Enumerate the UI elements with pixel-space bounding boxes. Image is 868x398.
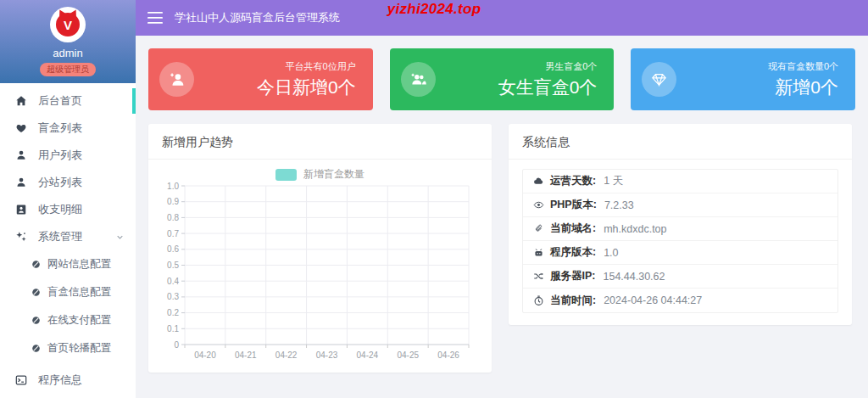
stat-card-box-count: 现有盲盒数量0个 新增0个	[631, 48, 855, 110]
sidebar-item-label: 盲盒列表	[38, 121, 82, 136]
sidebar-item-label: 在线支付配置	[47, 313, 111, 328]
sidebar-item-income-expense[interactable]: 收支明细	[0, 196, 136, 223]
card-icon-circle	[642, 62, 676, 97]
sidebar-item-label: 首页轮播配置	[47, 341, 111, 356]
card-icon-circle	[401, 62, 436, 97]
sidebar-item-label: 分站列表	[38, 175, 82, 190]
stat-subtitle: 平台共有0位用户	[257, 60, 356, 73]
info-value: mh.kdxdc.top	[604, 223, 666, 235]
slash-circle-icon	[31, 288, 41, 297]
legend-swatch	[275, 169, 297, 181]
svg-text:0.6: 0.6	[167, 244, 179, 254]
sidebar-item-homepage-carousel-config[interactable]: 首页轮播配置	[0, 334, 136, 362]
eye-icon	[533, 199, 544, 210]
svg-text:04-21: 04-21	[235, 350, 257, 360]
slash-circle-icon	[31, 260, 41, 269]
user-add-icon	[169, 71, 185, 87]
chart-legend[interactable]: 新增盲盒数量	[162, 166, 478, 182]
system-info-body: 运营天数: 1 天 PHP版本: 7.2.33 当前域名: mh.kdxdc.t…	[509, 160, 852, 325]
heart-icon	[15, 122, 27, 134]
sidebar-item-substation-list[interactable]: 分站列表	[0, 169, 136, 196]
sidebar-item-label: 盲盒信息配置	[47, 285, 111, 300]
system-info-list: 运营天数: 1 天 PHP版本: 7.2.33 当前域名: mh.kdxdc.t…	[522, 169, 838, 313]
link-icon	[533, 223, 544, 234]
sidebar-item-site-info-config[interactable]: 网站信息配置	[0, 250, 136, 278]
sidebar-item-label: 后台首页	[38, 93, 82, 109]
svg-text:0.2: 0.2	[167, 308, 179, 317]
sidebar: V admin 超级管理员 后台首页 盲盒列表 用户列表 分站列表	[0, 0, 136, 398]
svg-text:04-26: 04-26	[437, 350, 459, 360]
stat-value: 新增0个	[768, 76, 838, 99]
panel-title: 系统信息	[509, 124, 852, 160]
sidebar-menu: 后台首页 盲盒列表 用户列表 分站列表 收支明细 系统管理	[0, 83, 136, 394]
info-label: 当前域名:	[550, 221, 596, 236]
svg-text:0.4: 0.4	[167, 277, 179, 286]
slash-circle-icon	[31, 344, 41, 353]
watermark-text: yizhi2024.top	[387, 1, 481, 18]
sidebar-item-box-list[interactable]: 盲盒列表	[0, 115, 136, 142]
info-row-php-version: PHP版本: 7.2.33	[523, 193, 837, 217]
info-label: 运营天数:	[550, 174, 596, 188]
svg-text:04-20: 04-20	[194, 350, 216, 360]
sidebar-item-online-payment-config[interactable]: 在线支付配置	[0, 306, 136, 334]
svg-text:0.1: 0.1	[167, 324, 179, 334]
sidebar-item-label: 系统管理	[38, 229, 82, 244]
svg-text:0.9: 0.9	[167, 197, 179, 206]
svg-text:04-25: 04-25	[397, 350, 419, 360]
ledger-icon	[15, 204, 27, 216]
group-add-icon	[410, 71, 426, 87]
page: yizhi2024.top V admin 超级管理员 后台首页 盲盒列表 用户…	[0, 0, 868, 398]
sidebar-item-dashboard[interactable]: 后台首页	[0, 87, 136, 115]
stat-card-boxes-gender: 男生盲盒0个 女生盲盒0个	[390, 48, 615, 110]
svg-text:0.5: 0.5	[167, 261, 179, 270]
chevron-down-icon	[116, 233, 124, 241]
stat-subtitle: 男生盲盒0个	[498, 60, 598, 73]
user-icon	[15, 177, 27, 188]
info-label: 程序版本:	[550, 245, 596, 260]
sidebar-item-program-info[interactable]: 程序信息	[0, 367, 136, 394]
stat-subtitle: 现有盲盒数量0个	[768, 60, 838, 73]
info-label: PHP版本:	[550, 198, 597, 212]
panels-row: 新增用户趋势 新增盲盒数量 1.00.90.80.70.60.50.40.30.…	[148, 124, 855, 373]
clock-icon	[533, 295, 544, 306]
sidebar-item-label: 网站信息配置	[47, 257, 111, 272]
svg-text:04-22: 04-22	[275, 350, 298, 360]
role-badge: 超级管理员	[40, 63, 96, 76]
sidebar-item-label: 用户列表	[38, 148, 82, 163]
sidebar-item-label: 程序信息	[38, 373, 82, 388]
info-value: 2024-04-26 04:44:27	[604, 294, 702, 306]
legend-label: 新增盲盒数量	[303, 168, 364, 180]
stat-cards: 平台共有0位用户 今日新增0个 男生盲盒0个 女生盲盒0个 现有盲盒数量0个	[148, 48, 855, 110]
hamburger-menu-icon[interactable]	[147, 12, 163, 24]
info-value: 1.0	[604, 247, 618, 259]
svg-text:04-23: 04-23	[316, 350, 338, 360]
card-icon-circle	[159, 62, 194, 97]
main-content: 平台共有0位用户 今日新增0个 男生盲盒0个 女生盲盒0个 现有盲盒数量0个	[136, 36, 868, 398]
info-value: 154.44.30.62	[603, 271, 665, 283]
sidebar-item-label: 收支明细	[38, 202, 82, 217]
robot-icon	[533, 247, 544, 258]
stat-value: 今日新增0个	[257, 76, 356, 99]
sidebar-item-system-management[interactable]: 系统管理	[0, 223, 136, 250]
stat-value: 女生盲盒0个	[498, 76, 598, 99]
stat-card-users: 平台共有0位用户 今日新增0个	[148, 48, 373, 110]
chart-canvas: 1.00.90.80.70.60.50.40.30.20.1004-2004-2…	[162, 182, 478, 362]
svg-text:0.8: 0.8	[167, 213, 179, 222]
info-value: 1 天	[604, 174, 623, 188]
trend-chart-panel: 新增用户趋势 新增盲盒数量 1.00.90.80.70.60.50.40.30.…	[148, 124, 492, 373]
trend-chart: 新增盲盒数量 1.00.90.80.70.60.50.40.30.20.1004…	[148, 160, 492, 373]
magic-icon	[15, 231, 27, 243]
info-row-domain: 当前域名: mh.kdxdc.top	[523, 217, 837, 241]
username: admin	[53, 47, 82, 59]
info-row-server-ip: 服务器IP: 154.44.30.62	[523, 265, 837, 289]
svg-text:1.0: 1.0	[167, 182, 179, 191]
info-label: 服务器IP:	[550, 269, 595, 283]
logo-emblem-icon: V	[56, 13, 80, 36]
svg-text:0.7: 0.7	[167, 229, 179, 238]
app-logo: V	[50, 7, 86, 42]
svg-text:0: 0	[174, 340, 179, 350]
sidebar-item-box-info-config[interactable]: 盲盒信息配置	[0, 278, 136, 306]
sidebar-item-user-list[interactable]: 用户列表	[0, 142, 136, 169]
info-row-run-days: 运营天数: 1 天	[523, 170, 837, 193]
sidebar-profile: V admin 超级管理员	[0, 0, 136, 83]
